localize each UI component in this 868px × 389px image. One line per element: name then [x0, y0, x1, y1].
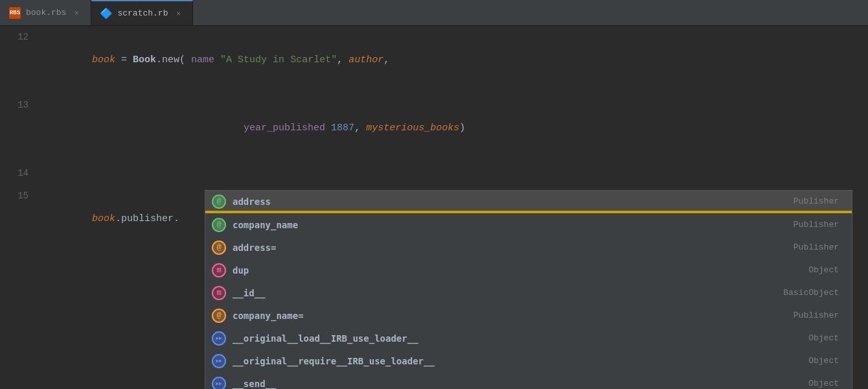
token-book-var15: book	[92, 213, 115, 224]
ac-name-id: __id__	[233, 288, 777, 298]
ac-item-id[interactable]: m __id__ BasicObject	[205, 281, 852, 304]
line-content-12: book = Book.new( name "A Study in Scarle…	[39, 26, 389, 94]
ac-name-send: __send__	[233, 379, 802, 389]
token-name-param: name	[191, 54, 214, 65]
token-indent13	[92, 123, 244, 134]
ac-name-company-name-setter: company_name=	[233, 311, 787, 321]
token-book-var: book	[92, 54, 115, 65]
ac-item-send[interactable]: ▶▶ __send__ Object	[205, 372, 852, 389]
token-year-num: 1887	[331, 123, 354, 134]
line-content-13: year_published 1887, mysterious_books)	[39, 94, 465, 162]
line-num-15: 15	[0, 185, 39, 207]
ac-source-address: Publisher	[794, 196, 839, 206]
token-publisher: .publisher.	[115, 213, 179, 224]
line-content-15: book.publisher.	[39, 185, 179, 253]
token-book-class: Book	[133, 54, 156, 65]
code-line-12: 12 book = Book.new( name "A Study in Sca…	[0, 26, 868, 94]
autocomplete-dropdown: @ address Publisher @ company_name Publi…	[205, 190, 852, 389]
token-space1	[214, 54, 220, 65]
token-author-param: author	[348, 54, 383, 65]
tab-scratch-rb-close[interactable]: ✕	[173, 8, 183, 19]
token-paren13: )	[459, 123, 465, 134]
tab-book-rbs[interactable]: RBS book.rbs ✕	[0, 0, 91, 25]
ac-icon-original-require: ▶▶	[212, 354, 226, 368]
ac-name-original-require: __original__require__IRB_use_loader__	[233, 356, 802, 366]
tab-bar: RBS book.rbs ✕ 🔷 scratch.rb ✕	[0, 0, 868, 26]
ac-icon-company-name-setter: @	[212, 309, 226, 323]
tab-scratch-rb[interactable]: 🔷 scratch.rb ✕	[91, 0, 193, 25]
token-year-param: year_published	[244, 123, 325, 134]
ac-source-company-name-setter: Publisher	[794, 311, 839, 320]
ac-icon-send: ▶▶	[212, 377, 226, 390]
tab-scratch-rb-label: scratch.rb	[117, 8, 168, 18]
code-line-13: 13 year_published 1887, mysterious_books…	[0, 94, 868, 162]
ac-name-dup: dup	[233, 265, 802, 276]
ac-icon-address-setter: @	[212, 241, 226, 255]
token-comma1: ,	[337, 54, 348, 65]
ac-source-original-load: Object	[808, 333, 839, 343]
ac-item-dup[interactable]: m dup Object	[205, 259, 852, 281]
token-comma2: ,	[383, 54, 389, 65]
ac-icon-id: m	[212, 286, 226, 300]
ac-item-address[interactable]: @ address Publisher	[205, 191, 852, 213]
ac-item-original-require[interactable]: ▶▶ __original__require__IRB_use_loader__…	[205, 349, 852, 372]
rbs-icon: RBS	[9, 7, 21, 19]
ac-item-company-name-setter[interactable]: @ company_name= Publisher	[205, 304, 852, 327]
ac-item-address-setter[interactable]: @ address= Publisher	[205, 236, 852, 259]
token-space13	[325, 123, 331, 134]
ac-item-original-load[interactable]: ▶▶ __original__load__IRB_use_loader__ Ob…	[205, 327, 852, 349]
ac-source-company-name: Publisher	[794, 220, 839, 230]
ac-name-address: address	[233, 196, 787, 207]
ac-name-original-load: __original__load__IRB_use_loader__	[233, 333, 802, 344]
token-eq: =	[115, 54, 133, 65]
ac-name-company-name: company_name	[233, 220, 787, 230]
line-num-13: 13	[0, 94, 39, 117]
line-num-12: 12	[0, 26, 39, 49]
token-title-string: "A Study in Scarlet"	[220, 54, 337, 65]
editor: 12 book = Book.new( name "A Study in Sca…	[0, 26, 868, 389]
ac-name-address-setter: address=	[233, 242, 787, 253]
ac-source-send: Object	[808, 379, 839, 388]
ac-icon-address: @	[212, 194, 226, 209]
ac-item-company-name[interactable]: @ company_name Publisher	[205, 213, 852, 236]
scratch-icon: 🔷	[100, 8, 112, 19]
token-comma13: ,	[354, 123, 366, 134]
tab-book-rbs-label: book.rbs	[26, 8, 66, 18]
line-num-14: 14	[0, 162, 39, 185]
ac-source-id: BasicObject	[783, 288, 839, 298]
tab-book-rbs-close[interactable]: ✕	[71, 8, 82, 18]
ac-source-original-require: Object	[808, 356, 839, 366]
code-line-14: 14	[0, 162, 868, 185]
token-new: .new(	[156, 54, 191, 65]
ac-icon-dup: m	[212, 263, 226, 277]
token-mysterious: mysterious_books	[366, 123, 459, 134]
ac-source-address-setter: Publisher	[794, 242, 839, 252]
ac-icon-company-name: @	[212, 218, 226, 232]
ac-icon-original-load: ▶▶	[212, 331, 226, 346]
ac-source-dup: Object	[808, 265, 839, 275]
